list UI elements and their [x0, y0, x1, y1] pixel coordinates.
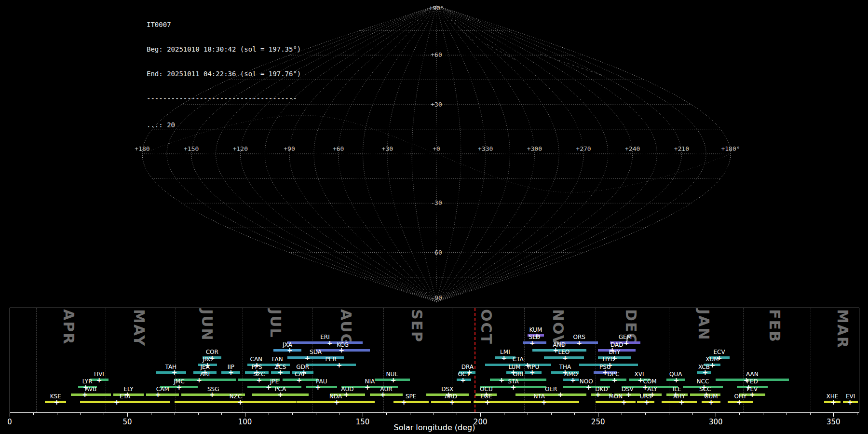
axis-minor-tick: [528, 413, 528, 415]
shower-bar: [80, 401, 170, 403]
peak-marker: +: [339, 347, 344, 353]
month-label: AUG: [338, 309, 354, 346]
axis-tick-label: 250: [591, 418, 605, 426]
peak-marker: +: [327, 339, 333, 346]
peak-marker: +: [257, 377, 262, 383]
month-label: SEP: [408, 309, 425, 343]
month-gridline: [312, 308, 312, 412]
axis-minor-tick: [104, 413, 104, 415]
peak-marker: +: [176, 384, 182, 391]
peak-marker: +: [305, 354, 311, 361]
axis-minor-tick: [33, 413, 34, 415]
shower-bar: [175, 401, 297, 403]
peak-marker: +: [449, 399, 455, 406]
peak-marker: +: [296, 377, 302, 383]
peak-marker: +: [501, 354, 507, 361]
peak-marker: +: [334, 399, 340, 406]
axis-minor-tick: [386, 413, 387, 415]
peak-marker: +: [380, 391, 386, 398]
shower-code-label: OER: [545, 386, 557, 393]
peak-marker: +: [553, 347, 559, 353]
peak-marker: +: [830, 399, 836, 406]
peak-marker: +: [557, 391, 563, 398]
axis-major-tick: [127, 413, 128, 417]
shower-bar: [499, 401, 579, 403]
peak-marker: +: [541, 399, 547, 406]
axis-tick-label: 0: [7, 418, 12, 426]
axis-tick-label: 150: [356, 418, 370, 426]
peak-marker: +: [172, 369, 177, 376]
axis-minor-tick: [57, 413, 57, 415]
shower-bar: [71, 393, 111, 396]
axis-minor-tick: [574, 413, 575, 415]
axis-minor-tick: [175, 413, 175, 415]
shower-bar: [156, 371, 187, 374]
axis-minor-tick: [198, 413, 199, 415]
peak-marker: +: [847, 399, 853, 406]
axis-tick-label: 50: [122, 418, 132, 426]
axis-tick-label: 100: [238, 418, 252, 426]
peak-marker: +: [710, 362, 716, 368]
axis-minor-tick: [787, 413, 787, 415]
axis-tick-label: 300: [709, 418, 723, 426]
shower-code-label: SDA: [310, 349, 322, 355]
axis-minor-tick: [504, 413, 504, 415]
axis-major-tick: [480, 413, 481, 417]
shower-bar: [146, 393, 179, 396]
axis-minor-tick: [292, 413, 293, 415]
month-label: JUN: [199, 309, 216, 341]
peak-marker: +: [562, 354, 568, 361]
peak-marker: +: [237, 399, 243, 406]
axis-major-tick: [716, 413, 716, 417]
peak-marker: +: [114, 399, 120, 406]
axis-minor-tick: [551, 413, 552, 415]
peak-marker: +: [570, 377, 576, 383]
month-label: JUL: [267, 309, 284, 339]
peak-marker: +: [343, 391, 349, 398]
peak-marker: +: [576, 339, 582, 346]
peak-marker: +: [637, 377, 643, 383]
axis-major-tick: [245, 413, 245, 417]
axis-major-tick: [363, 413, 363, 417]
month-label: FEB: [766, 309, 783, 343]
shower-bar: [306, 364, 356, 366]
peak-marker: +: [529, 369, 535, 376]
month-gridline: [176, 308, 176, 412]
peak-marker: +: [365, 384, 370, 391]
axis-minor-tick: [763, 413, 763, 415]
month-label: MAY: [131, 309, 148, 347]
peak-marker: +: [595, 391, 601, 398]
peak-marker: +: [391, 377, 396, 383]
shower-bar: [596, 401, 636, 403]
peak-marker: +: [277, 391, 283, 398]
month-gridline: [669, 308, 669, 412]
peak-marker: +: [626, 391, 632, 398]
peak-marker: +: [749, 391, 755, 398]
shower-bar: [306, 386, 337, 388]
shower-code-label: CTA: [513, 356, 524, 363]
axis-major-tick: [833, 413, 834, 417]
peak-marker: +: [54, 399, 60, 406]
peak-marker: +: [209, 391, 215, 398]
axis-minor-tick: [645, 413, 646, 415]
shower-code-label: PER: [326, 356, 337, 363]
axis-minor-tick: [316, 413, 316, 415]
month-gridline: [811, 308, 811, 412]
month-gridline: [243, 308, 243, 412]
peak-marker: +: [287, 347, 293, 353]
peak-marker: +: [736, 399, 742, 406]
shower-code-label: ORI: [513, 371, 523, 378]
axis-minor-tick: [151, 413, 151, 415]
axis-minor-tick: [622, 413, 622, 415]
shower-code-label: ETA: [120, 393, 130, 400]
axis-minor-tick: [221, 413, 222, 415]
peak-marker: +: [196, 377, 202, 383]
peak-marker: +: [612, 377, 618, 383]
month-label: APR: [60, 309, 77, 345]
axis-minor-tick: [457, 413, 457, 415]
axis-minor-tick: [339, 413, 339, 415]
peak-marker: +: [155, 391, 161, 398]
peak-marker: +: [277, 369, 283, 376]
peak-marker: +: [460, 377, 466, 383]
axis-minor-tick: [739, 413, 740, 415]
